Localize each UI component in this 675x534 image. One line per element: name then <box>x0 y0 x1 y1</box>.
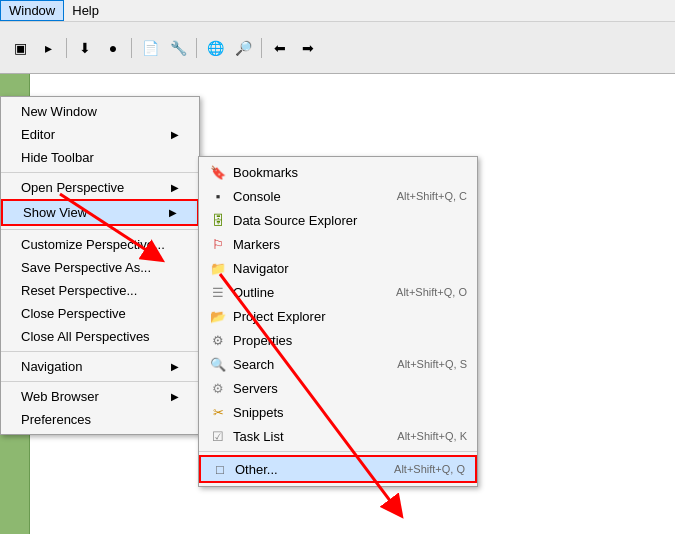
menu-item-save-perspective[interactable]: Save Perspective As... <box>1 256 199 279</box>
tasklist-icon: ☑ <box>209 428 227 444</box>
menu-item-new-window[interactable]: New Window <box>1 100 199 123</box>
toolbar-separator-2 <box>131 38 132 58</box>
submenu-item-console[interactable]: ▪ Console Alt+Shift+Q, C <box>199 184 477 208</box>
submenu-item-properties[interactable]: ⚙ Properties <box>199 328 477 352</box>
menu-item-open-perspective[interactable]: Open Perspective <box>1 176 199 199</box>
submenu-item-other[interactable]: □ Other... Alt+Shift+Q, Q <box>199 455 477 483</box>
menu-item-hide-toolbar[interactable]: Hide Toolbar <box>1 146 199 169</box>
separator-1 <box>1 172 199 173</box>
menu-item-web-browser[interactable]: Web Browser <box>1 385 199 408</box>
show-view-submenu: 🔖 Bookmarks ▪ Console Alt+Shift+Q, C 🗄 D… <box>198 156 478 487</box>
toolbar-icon-5[interactable]: 📄 <box>138 36 162 60</box>
separator-4 <box>1 381 199 382</box>
search-icon: 🔍 <box>209 356 227 372</box>
menu-item-close-perspective[interactable]: Close Perspective <box>1 302 199 325</box>
submenu-separator <box>199 451 477 452</box>
submenu-item-data-source[interactable]: 🗄 Data Source Explorer <box>199 208 477 232</box>
toolbar-icon-3[interactable]: ⬇ <box>73 36 97 60</box>
menu-item-preferences[interactable]: Preferences <box>1 408 199 431</box>
toolbar-separator-1 <box>66 38 67 58</box>
outline-icon: ☰ <box>209 284 227 300</box>
toolbar-icon-2[interactable]: ▸ <box>36 36 60 60</box>
snippets-icon: ✂ <box>209 404 227 420</box>
toolbar-icon-9[interactable]: ⬅ <box>268 36 292 60</box>
separator-3 <box>1 351 199 352</box>
menu-item-navigation[interactable]: Navigation <box>1 355 199 378</box>
menu-item-editor[interactable]: Editor <box>1 123 199 146</box>
other-icon: □ <box>211 461 229 477</box>
submenu-item-snippets[interactable]: ✂ Snippets <box>199 400 477 424</box>
toolbar: ▣ ▸ ⬇ ● 📄 🔧 🌐 🔎 ⬅ ➡ <box>0 22 675 74</box>
console-icon: ▪ <box>209 188 227 204</box>
markers-icon: ⚐ <box>209 236 227 252</box>
toolbar-icon-7[interactable]: 🌐 <box>203 36 227 60</box>
submenu-item-search[interactable]: 🔍 Search Alt+Shift+Q, S <box>199 352 477 376</box>
window-menu: New Window Editor Hide Toolbar Open Pers… <box>0 96 200 435</box>
submenu-item-markers[interactable]: ⚐ Markers <box>199 232 477 256</box>
navigator-icon: 📁 <box>209 260 227 276</box>
separator-2 <box>1 229 199 230</box>
menubar: Window Help <box>0 0 675 22</box>
submenu-item-bookmarks[interactable]: 🔖 Bookmarks <box>199 160 477 184</box>
properties-icon: ⚙ <box>209 332 227 348</box>
menu-item-reset-perspective[interactable]: Reset Perspective... <box>1 279 199 302</box>
toolbar-icon-8[interactable]: 🔎 <box>231 36 255 60</box>
toolbar-icon-10[interactable]: ➡ <box>296 36 320 60</box>
submenu-item-outline[interactable]: ☰ Outline Alt+Shift+Q, O <box>199 280 477 304</box>
toolbar-separator-3 <box>196 38 197 58</box>
menubar-item-window[interactable]: Window <box>0 0 64 21</box>
menu-item-close-all-perspectives[interactable]: Close All Perspectives <box>1 325 199 348</box>
toolbar-separator-4 <box>261 38 262 58</box>
menu-item-customize-perspective[interactable]: Customize Perspective... <box>1 233 199 256</box>
toolbar-icon-6[interactable]: 🔧 <box>166 36 190 60</box>
servers-icon: ⚙ <box>209 380 227 396</box>
submenu-item-project-explorer[interactable]: 📂 Project Explorer <box>199 304 477 328</box>
datasource-icon: 🗄 <box>209 212 227 228</box>
menubar-item-help[interactable]: Help <box>64 0 107 21</box>
main-area: New Window Editor Hide Toolbar Open Pers… <box>0 74 675 534</box>
menu-item-show-view[interactable]: Show View <box>1 199 199 226</box>
project-icon: 📂 <box>209 308 227 324</box>
toolbar-icon-1[interactable]: ▣ <box>8 36 32 60</box>
bookmark-icon: 🔖 <box>209 164 227 180</box>
submenu-item-navigator[interactable]: 📁 Navigator <box>199 256 477 280</box>
toolbar-icon-4[interactable]: ● <box>101 36 125 60</box>
submenu-item-servers[interactable]: ⚙ Servers <box>199 376 477 400</box>
toolbar-icons: ▣ ▸ ⬇ ● 📄 🔧 🌐 🔎 ⬅ ➡ <box>0 22 675 73</box>
submenu-item-task-list[interactable]: ☑ Task List Alt+Shift+Q, K <box>199 424 477 448</box>
